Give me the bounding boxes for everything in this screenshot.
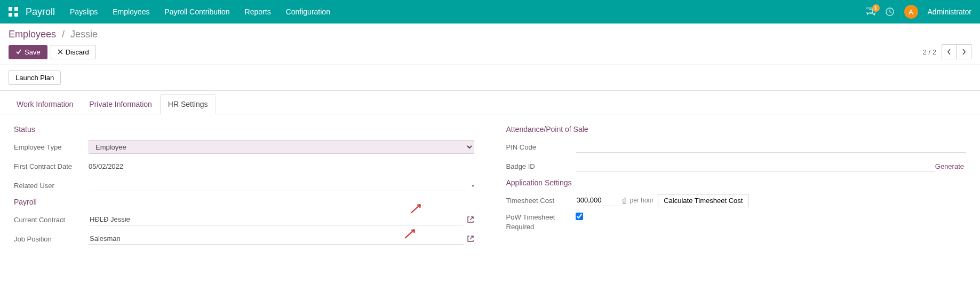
pin-code-label: PIN Code	[506, 143, 576, 151]
pager-prev[interactable]	[942, 44, 957, 59]
launch-plan-button[interactable]: Launch Plan	[9, 71, 61, 85]
user-name[interactable]: Administrator	[928, 7, 971, 16]
field-pin-code: PIN Code	[506, 140, 967, 154]
left-column: Status Employee Type Employee First Cont…	[14, 125, 474, 251]
job-position-input[interactable]	[89, 233, 464, 245]
breadcrumb-separator: /	[62, 29, 65, 40]
activity-icon[interactable]	[885, 7, 895, 17]
field-badge-id: Badge ID Generate	[506, 159, 967, 173]
pager: 2 / 2	[923, 44, 971, 59]
pow-timesheet-label: PoW Timesheet Required	[506, 213, 576, 232]
menu-configuration[interactable]: Configuration	[286, 7, 330, 16]
current-contract-label: Current Contract	[14, 216, 89, 224]
field-employee-type: Employee Type Employee	[14, 140, 474, 154]
related-user-input[interactable]	[89, 179, 466, 191]
section-app-settings: Application Settings	[506, 178, 967, 187]
timesheet-cost-unit: đ per hour	[623, 197, 654, 204]
field-job-position: Job Position	[14, 232, 474, 246]
section-status: Status	[14, 125, 474, 134]
current-contract-input[interactable]	[89, 214, 464, 225]
svg-rect-2	[9, 13, 12, 17]
form-tabs: Work Information Private Information HR …	[0, 94, 980, 114]
right-column: Attendance/Point of Sale PIN Code Badge …	[506, 125, 967, 251]
menu-payslips[interactable]: Payslips	[70, 7, 98, 16]
badge-id-input[interactable]	[576, 160, 935, 172]
calculate-timesheet-button[interactable]: Calculate Timesheet Cost	[658, 194, 748, 207]
menu-payroll-contribution[interactable]: Payroll Contribution	[164, 7, 229, 16]
tab-private-information[interactable]: Private Information	[81, 94, 160, 114]
employee-type-label: Employee Type	[14, 143, 89, 151]
field-timesheet-cost: Timesheet Cost đ per hour Calculate Time…	[506, 193, 967, 207]
breadcrumb-current: Jessie	[70, 29, 98, 40]
app-brand[interactable]: Payroll	[26, 6, 55, 18]
section-attendance: Attendance/Point of Sale	[506, 125, 967, 134]
timesheet-cost-input[interactable]	[576, 194, 618, 206]
avatar[interactable]: A	[904, 5, 918, 19]
svg-rect-0	[9, 7, 12, 11]
apps-icon[interactable]	[9, 7, 18, 17]
external-link-icon[interactable]	[467, 235, 474, 243]
field-first-contract-date: First Contract Date 05/02/2022	[14, 159, 474, 173]
first-contract-date-value: 05/02/2022	[89, 162, 474, 170]
timesheet-cost-label: Timesheet Cost	[506, 197, 576, 205]
save-button[interactable]: Save	[9, 45, 47, 59]
top-navbar: Payroll Payslips Employees Payroll Contr…	[0, 0, 980, 24]
tab-work-information[interactable]: Work Information	[9, 94, 81, 114]
breadcrumb: Employees / Jessie	[9, 29, 98, 40]
chat-badge: 1	[872, 4, 880, 12]
pow-timesheet-checkbox[interactable]	[576, 213, 583, 220]
actions-row: Save Discard 2 / 2	[0, 42, 980, 65]
tab-hr-settings[interactable]: HR Settings	[160, 94, 216, 114]
menu-reports[interactable]: Reports	[245, 7, 271, 16]
badge-id-label: Badge ID	[506, 162, 576, 170]
main-menu: Payslips Employees Payroll Contribution …	[70, 7, 866, 16]
field-related-user: Related User ▾	[14, 178, 474, 192]
field-pow-timesheet: PoW Timesheet Required	[506, 213, 967, 232]
save-button-label: Save	[25, 48, 41, 56]
first-contract-date-label: First Contract Date	[14, 162, 89, 170]
svg-rect-1	[14, 7, 18, 11]
pin-code-input[interactable]	[576, 141, 967, 153]
section-payroll: Payroll	[14, 198, 474, 206]
breadcrumb-row: Employees / Jessie	[0, 24, 980, 42]
external-link-icon[interactable]	[467, 216, 474, 223]
chat-icon[interactable]: 1	[866, 7, 875, 16]
job-position-label: Job Position	[14, 235, 89, 243]
breadcrumb-parent[interactable]: Employees	[9, 29, 56, 40]
field-current-contract: Current Contract	[14, 213, 474, 226]
pager-next[interactable]	[957, 44, 971, 59]
menu-employees[interactable]: Employees	[113, 7, 149, 16]
sub-actions: Launch Plan	[0, 65, 980, 91]
topbar-right: 1 A Administrator	[866, 5, 971, 19]
form-body: Status Employee Type Employee First Cont…	[0, 114, 980, 262]
employee-type-select[interactable]: Employee	[89, 140, 474, 154]
discard-button-label: Discard	[66, 48, 89, 56]
pager-text: 2 / 2	[923, 48, 936, 56]
discard-button[interactable]: Discard	[51, 45, 96, 59]
related-user-label: Related User	[14, 182, 89, 190]
svg-rect-3	[14, 13, 18, 17]
dropdown-caret-icon[interactable]: ▾	[472, 183, 474, 189]
generate-link[interactable]: Generate	[935, 162, 966, 170]
